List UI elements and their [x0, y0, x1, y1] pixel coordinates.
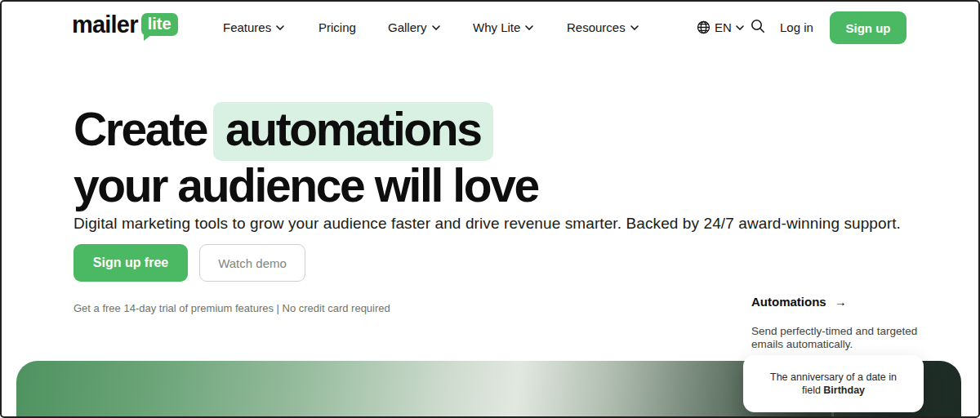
- chevron-down-icon: [432, 25, 440, 30]
- nav-label: Why Lite: [473, 20, 520, 34]
- globe-icon: [697, 20, 710, 34]
- trial-fine-print: Get a free 14-day trial of premium featu…: [74, 302, 390, 314]
- nav-item-gallery[interactable]: Gallery: [388, 20, 440, 34]
- chevron-down-icon: [276, 25, 284, 30]
- hero-title-word: Create: [74, 103, 207, 155]
- automations-link-label: Automations: [751, 295, 826, 309]
- mailerlite-logo[interactable]: mailer lite: [72, 12, 178, 37]
- language-code: EN: [715, 20, 732, 34]
- watch-demo-button[interactable]: Watch demo: [199, 244, 305, 282]
- logo-lite-badge: lite: [141, 13, 178, 36]
- automation-card-line1: The anniversary of a date in: [770, 371, 897, 384]
- automation-trigger-card: The anniversary of a date in field Birth…: [743, 355, 924, 412]
- language-selector[interactable]: EN: [697, 20, 744, 34]
- nav-item-features[interactable]: Features: [223, 20, 284, 34]
- nav-item-resources[interactable]: Resources: [567, 20, 639, 34]
- nav-label: Gallery: [388, 20, 427, 34]
- signup-button[interactable]: Sign up: [830, 11, 906, 44]
- nav-label: Pricing: [318, 20, 356, 34]
- chevron-down-icon: [630, 25, 639, 30]
- nav-item-pricing[interactable]: Pricing: [318, 20, 356, 34]
- search-icon[interactable]: [751, 19, 765, 37]
- chevron-down-icon: [525, 25, 533, 30]
- hero-title-highlight: automations: [213, 102, 492, 161]
- automation-card-field-value: Birthday: [823, 385, 865, 396]
- login-link[interactable]: Log in: [780, 20, 813, 34]
- signup-free-button[interactable]: Sign up free: [74, 244, 188, 282]
- automation-card-field-label: field: [802, 385, 823, 396]
- hero-subtitle: Digital marketing tools to grow your aud…: [74, 215, 901, 233]
- nav-item-why-lite[interactable]: Why Lite: [473, 20, 533, 34]
- nav-label: Resources: [567, 20, 626, 34]
- automations-description: Send perfectly-timed and targeted emails…: [751, 325, 920, 352]
- logo-text-mailer: mailer: [72, 12, 138, 37]
- arrow-right-icon: →: [835, 295, 847, 309]
- automation-card-line2: field Birthday: [802, 384, 865, 397]
- hero-title-line2: your audience will love: [74, 159, 538, 211]
- nav-label: Features: [223, 20, 271, 34]
- hero-title: Createautomations your audience will lov…: [74, 101, 694, 214]
- automations-link[interactable]: Automations →: [751, 295, 847, 309]
- chevron-down-icon: [736, 25, 744, 30]
- mailerlite-homepage: mailer lite Features Pricing Gallery Why…: [0, 0, 980, 418]
